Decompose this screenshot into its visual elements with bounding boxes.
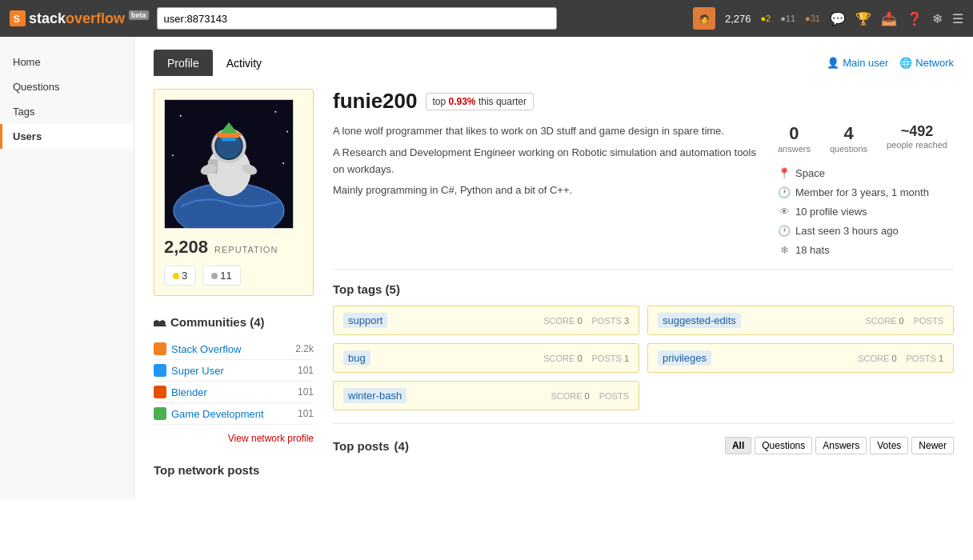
svg-point-7 bbox=[286, 131, 288, 133]
bio-line-3: Mainly programming in C#, Python and a b… bbox=[333, 182, 759, 199]
filter-newer[interactable]: Newer bbox=[911, 437, 954, 454]
trophy-icon[interactable]: 🏆 bbox=[855, 11, 871, 26]
help-icon[interactable]: ❓ bbox=[907, 11, 923, 26]
tag-stats-support: SCORE 0 POSTS 3 bbox=[543, 316, 629, 326]
answers-value: 0 bbox=[778, 123, 811, 144]
community-name-bl: Blender bbox=[171, 386, 207, 398]
profile-info-list: 📍 Space 🕐 Member for 3 years, 1 month 👁 … bbox=[778, 166, 954, 256]
info-last-seen: 🕐 Last seen 3 hours ago bbox=[778, 224, 954, 237]
info-hats: ❄ 18 hats bbox=[778, 243, 954, 256]
user-header: funie200 top 0.93% this quarter bbox=[333, 89, 954, 114]
community-superuser[interactable]: Super User bbox=[154, 364, 224, 377]
svg-text:S: S bbox=[14, 14, 20, 25]
score-val-se: 0 bbox=[899, 316, 904, 326]
answers-label: answers bbox=[778, 144, 811, 154]
questions-value: 4 bbox=[830, 123, 867, 144]
stats-panel: 0 answers 4 questions ~492 people reache… bbox=[778, 123, 954, 256]
community-rep-bl: 101 bbox=[298, 386, 314, 398]
tags-grid: support SCORE 0 POSTS 3 suggested-edits … bbox=[333, 306, 954, 410]
sidebar: Home Questions Tags Users bbox=[0, 37, 134, 499]
community-gamedev[interactable]: Game Development bbox=[154, 407, 264, 420]
avatar[interactable]: 🧑 bbox=[693, 7, 715, 30]
sidebar-item-questions[interactable]: Questions bbox=[0, 74, 134, 99]
silver-badge: ●11 bbox=[780, 14, 795, 23]
menu-icon[interactable]: ☰ bbox=[952, 11, 963, 26]
top-badge: top 0.93% this quarter bbox=[426, 93, 534, 110]
tab-profile[interactable]: Profile bbox=[154, 50, 213, 76]
stats-numbers: 0 answers 4 questions ~492 people reache… bbox=[778, 123, 954, 154]
filter-all[interactable]: All bbox=[725, 437, 751, 454]
communities-title: 🏘 Communities (4) bbox=[154, 315, 314, 329]
communities-icon: 🏘 bbox=[154, 315, 166, 329]
community-dot-so bbox=[154, 342, 166, 355]
bio-line-2: A Research and Development Engineer work… bbox=[333, 145, 759, 178]
avatar-image bbox=[164, 99, 294, 229]
posts-header: Top posts (4) All Questions Answers Vote… bbox=[333, 437, 954, 454]
center-right-panel: funie200 top 0.93% this quarter A lone w… bbox=[333, 89, 954, 486]
community-blender[interactable]: Blender bbox=[154, 386, 207, 398]
last-seen-text: Last seen 3 hours ago bbox=[795, 225, 899, 237]
clock-icon: 🕐 bbox=[778, 186, 791, 198]
profile-card: 2,208 REPUTATION 3 11 bbox=[154, 89, 314, 296]
view-network-link[interactable]: View network profile bbox=[154, 433, 314, 444]
tag-support[interactable]: support bbox=[343, 313, 387, 328]
score-label-bug: SCORE bbox=[543, 354, 575, 363]
sidebar-item-users[interactable]: Users bbox=[0, 124, 134, 149]
tag-winter-bash[interactable]: winter-bash bbox=[343, 388, 406, 403]
chat-icon[interactable]: 💬 bbox=[830, 11, 846, 26]
list-item: Stack Overflow 2.2k bbox=[154, 338, 314, 360]
tag-stats-priv: SCORE 0 POSTS 1 bbox=[858, 354, 943, 363]
community-name-gd: Game Development bbox=[171, 408, 264, 420]
member-since-text: Member for 3 years, 1 month bbox=[795, 186, 929, 198]
inbox-icon[interactable]: 📥 bbox=[881, 11, 897, 26]
list-item: Blender 101 bbox=[154, 382, 314, 403]
main-user-link[interactable]: 👤 Main user bbox=[827, 57, 888, 69]
score-label-support: SCORE bbox=[543, 316, 575, 326]
info-member-since: 🕐 Member for 3 years, 1 month bbox=[778, 186, 954, 198]
user-icon: 👤 bbox=[827, 57, 839, 69]
list-item: Super User 101 bbox=[154, 360, 314, 382]
svg-rect-18 bbox=[218, 133, 239, 138]
tag-suggested-edits[interactable]: suggested-edits bbox=[658, 313, 741, 328]
svg-point-5 bbox=[180, 115, 182, 117]
search-input[interactable] bbox=[157, 7, 557, 30]
posts-label-bug: POSTS bbox=[592, 354, 622, 363]
snowflake-icon[interactable]: ❄ bbox=[932, 11, 943, 26]
info-profile-views: 👁 10 profile views bbox=[778, 205, 954, 218]
stat-reach: ~492 people reached bbox=[887, 123, 947, 154]
sidebar-item-home[interactable]: Home bbox=[0, 50, 134, 74]
reach-value: ~492 bbox=[887, 123, 947, 140]
tag-stats-wb: SCORE 0 POSTS bbox=[551, 391, 629, 401]
community-rep-su: 101 bbox=[298, 365, 314, 376]
svg-point-6 bbox=[274, 111, 276, 113]
network-label: Network bbox=[915, 57, 954, 69]
tag-bug[interactable]: bug bbox=[343, 350, 370, 366]
badges-row: 3 11 bbox=[164, 266, 303, 286]
gold-dot bbox=[173, 273, 179, 279]
filter-answers[interactable]: Answers bbox=[815, 437, 867, 454]
site-logo[interactable]: S stackoverflow beta bbox=[10, 10, 149, 27]
gold-count: 3 bbox=[182, 270, 187, 282]
score-label-wb: SCORE bbox=[551, 391, 582, 401]
profile-views-text: 10 profile views bbox=[795, 206, 867, 218]
network-link[interactable]: 🌐 Network bbox=[899, 57, 954, 69]
filter-votes[interactable]: Votes bbox=[870, 437, 908, 454]
posts-label-wb: POSTS bbox=[599, 391, 629, 401]
community-rep-so: 2.2k bbox=[295, 343, 314, 354]
sidebar-item-tags[interactable]: Tags bbox=[0, 99, 134, 124]
tab-activity[interactable]: Activity bbox=[213, 50, 275, 76]
page-wrapper: Home Questions Tags Users Profile Activi… bbox=[0, 37, 973, 499]
tag-privileges[interactable]: privileges bbox=[658, 350, 711, 366]
community-stackoverflow[interactable]: Stack Overflow bbox=[154, 342, 241, 355]
community-dot-su bbox=[154, 364, 166, 377]
posts-count: (4) bbox=[394, 439, 409, 453]
tag-card-suggested-edits: suggested-edits SCORE 0 POSTS bbox=[647, 306, 954, 335]
hats-text: 18 hats bbox=[795, 244, 830, 256]
reputation-row: 2,208 REPUTATION bbox=[164, 237, 303, 258]
community-dot-bl bbox=[154, 386, 166, 398]
silver-badge-item: 11 bbox=[202, 266, 240, 286]
filter-questions[interactable]: Questions bbox=[755, 437, 812, 454]
network-posts-section: Top network posts bbox=[154, 463, 314, 477]
separator bbox=[333, 269, 954, 270]
main-user-label: Main user bbox=[843, 57, 888, 69]
